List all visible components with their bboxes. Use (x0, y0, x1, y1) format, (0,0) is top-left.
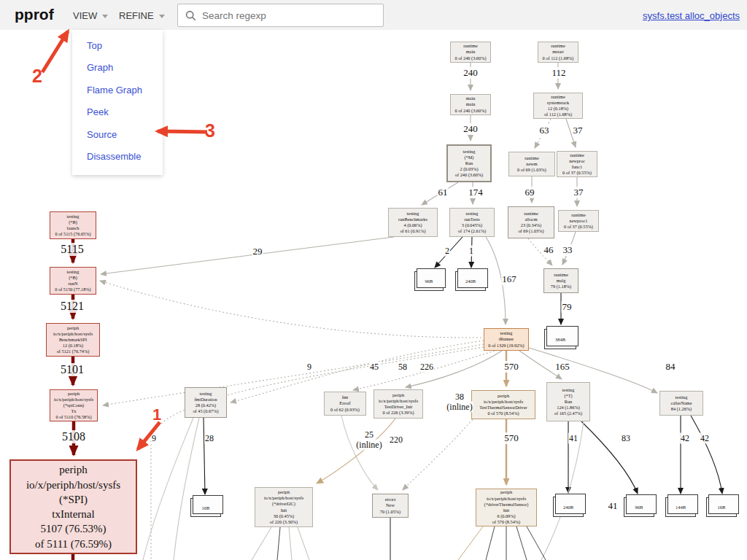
view-menu-button[interactable]: VIEW (73, 10, 108, 21)
pprof-logo: pprof (15, 6, 54, 23)
edge-label: 9 (151, 433, 157, 444)
allocbox-384B[interactable]: 384B (544, 329, 576, 349)
edge-label: 41 (568, 433, 578, 444)
node-testing-B-runN[interactable]: testing(*B)runN0 of 5150 (77.18%) (50, 267, 96, 295)
node-periph-BenchmarkSPI[interactable]: periphio/x/periph/host/sysfsBenchmarkSPI… (46, 323, 100, 357)
toolbar: pprof VIEW REFINE sysfs.test alloc_objec… (0, 0, 747, 30)
edge-label: 79 (562, 301, 573, 313)
allocbox-96B-bottom[interactable]: 96B (624, 497, 654, 517)
graph-edge (486, 526, 495, 560)
chevron-down-icon (102, 15, 108, 18)
graph-edge (341, 416, 378, 490)
edge-label: 226 (419, 362, 434, 373)
allocbox-96B-top[interactable]: 96B (414, 271, 444, 291)
graph-edge (151, 347, 484, 560)
edge-label: 63 (539, 125, 550, 136)
allocbox-16B-right[interactable]: 16B (706, 497, 737, 517)
profile-link[interactable]: sysfs.test alloc_objects (643, 10, 740, 21)
menu-item-disassemble[interactable]: Disassemble (72, 146, 163, 168)
edge-label: 570 (503, 432, 519, 444)
search-box[interactable] (177, 4, 384, 27)
graph-edge (101, 237, 394, 274)
edge-label: 69 (525, 187, 535, 198)
menu-item-flame-graph[interactable]: Flame Graph (72, 79, 163, 101)
node-testing-tRunner[interactable]: testingtRunner0 of 1329 (19.92%) (484, 328, 529, 351)
edge-label: 42 (700, 433, 710, 444)
graph-edge (691, 416, 722, 494)
node-periph-TestThermalSensorDriver[interactable]: periphio/x/periph/host/sysfsTestThermalS… (471, 390, 535, 419)
graph-edge (527, 526, 546, 560)
allocbox-240B-top[interactable]: 240B (455, 271, 486, 291)
allocbox-240B-bottom[interactable]: 240B (553, 497, 584, 517)
node-periph-spiConn-Tx[interactable]: periphio/x/periph/host/sysfs(*spiConn)Tx… (50, 389, 98, 421)
menu-item-graph[interactable]: Graph (72, 57, 163, 79)
refine-menu-label: REFINE (119, 10, 154, 21)
node-testing-T-Run[interactable]: testing(*T)Run124 (1.86%)of 165 (2.47%) (546, 382, 590, 421)
graph-edge (516, 526, 527, 560)
edge-label: 84 (665, 361, 676, 373)
node-testing-callerName[interactable]: testingcallerName84 (1.26%) (659, 391, 703, 416)
edge-label: 220 (389, 435, 403, 446)
node-runtime-mstart[interactable]: runtimemstart0 of 112 (1.68%) (538, 42, 578, 63)
edge-label: 29 (252, 246, 263, 257)
graph-edge (103, 344, 484, 405)
edge-label: 61 (438, 187, 449, 198)
edge-label: 41 (608, 500, 619, 512)
edge-label: 1 (468, 246, 474, 257)
edge-label: 38 (454, 392, 465, 402)
search-input[interactable] (202, 10, 383, 21)
edge-label: 33 (562, 244, 573, 256)
node-testing-fmtDuration[interactable]: testingfmtDuration28 (0.42%)of 45 (0.67%… (185, 387, 227, 418)
node-fmt-Errorf[interactable]: fmtErrorf0 of 62 (0.93%) (324, 392, 366, 416)
allocbox-16B-left[interactable]: 16B (190, 498, 221, 517)
edge-label: 83 (621, 433, 631, 444)
edge-label: 58 (398, 362, 408, 373)
annotation-number-1: 1 (152, 405, 161, 424)
edge-label: 37 (573, 125, 584, 136)
edge-label: 28 (204, 433, 214, 444)
graph-edge (317, 419, 395, 483)
node-periph-SPI-txInternal[interactable]: periphio/x/periph/host/sysfs(*SPI)txInte… (9, 459, 137, 554)
edge-label: 165 (554, 361, 570, 373)
chevron-down-icon (159, 15, 165, 18)
node-runtime-newproc1[interactable]: runtimenewproc10 of 37 (0.55%) (558, 210, 599, 232)
edge-label: 167 (501, 273, 517, 285)
node-testing-B-launch[interactable]: testing(*B)launch0 of 5115 (76.65%) (50, 211, 96, 239)
node-runtime-allocm[interactable]: runtimeallocm23 (0.34%)of 69 (1.03%) (508, 206, 554, 238)
menu-item-top[interactable]: Top (72, 34, 163, 57)
node-main-main[interactable]: mainmain0 of 240 (3.60%) (450, 94, 491, 115)
edge-label: 37 (573, 187, 584, 198)
edge-label: 240 (462, 67, 479, 79)
graph-edge (174, 418, 199, 560)
refine-menu-button[interactable]: REFINE (119, 10, 165, 21)
annotation-number-3: 3 (205, 120, 215, 141)
graph-edge (403, 419, 473, 490)
node-periph-driverI2C-Init[interactable]: periphio/x/periph/host/sysfs(*driverI2C)… (255, 487, 313, 527)
menu-item-source[interactable]: Source (72, 123, 163, 146)
graph-edge (289, 527, 292, 560)
annotation-number-2: 2 (32, 66, 42, 87)
allocbox-144B[interactable]: 144B (665, 497, 696, 517)
edge-label: 46 (543, 244, 554, 256)
view-dropdown-menu: Top Graph Flame Graph Peek Source Disass… (72, 30, 163, 175)
node-runtime-main[interactable]: runtimemain0 of 240 (3.60%) (450, 42, 491, 63)
edge-label: (inline) (355, 440, 382, 451)
edge-label: 240 (462, 123, 479, 135)
node-runtime-malg[interactable]: runtimemalg79 (1.18%) (543, 268, 578, 293)
node-periph-driverThermalSensor-Init[interactable]: periphio/x/periph/host/sysfs(*driverTher… (476, 489, 537, 526)
node-testing-runBenchmarks[interactable]: testingrunBenchmarks4 (0.06%)of 61 (0.91… (388, 208, 438, 237)
graph-edge (458, 526, 483, 560)
node-errors-New[interactable]: errorsNew70 (1.05%) (372, 494, 409, 518)
node-runtime-newproc-func1[interactable]: runtimenewprocfunc10 of 37 (0.55%) (557, 151, 597, 177)
edge-label: 112 (551, 67, 566, 79)
edge-label: 570 (503, 361, 519, 373)
graph-edge (204, 418, 205, 494)
edge-label: (inline) (446, 402, 473, 413)
node-testing-runTests[interactable]: testingrunTests3 (0.045%)of 174 (2.61%) (449, 208, 495, 237)
menu-item-peek[interactable]: Peek (72, 101, 163, 124)
node-runtime-newm[interactable]: runtimenewm0 of 69 (1.03%) (508, 152, 555, 176)
search-icon (185, 10, 196, 21)
node-testing-M-run[interactable]: testing(*M)Run2 (0.03%)of 240 (3.60%) (446, 144, 492, 182)
node-runtime-systemstack[interactable]: runtimesystemstack12 (0.18%)of 112 (1.68… (533, 93, 583, 119)
node-periph-TestDriver-Init[interactable]: periphio/x/periph/host/sysfsTestDriver_I… (374, 389, 423, 419)
